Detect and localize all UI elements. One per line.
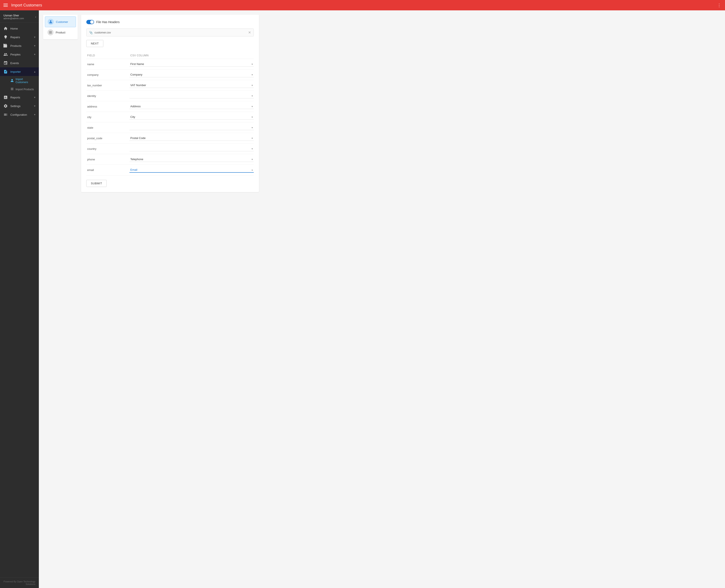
sidebar-item-importer[interactable]: Importer ▴: [0, 67, 39, 76]
select-wrapper-country: Country City: [129, 146, 254, 151]
file-input-row: 📎 customer.csv ✕: [86, 28, 254, 37]
sidebar-item-reports[interactable]: Reports ▾: [0, 93, 39, 102]
sidebar-item-configuration[interactable]: Configuration ▾: [0, 110, 39, 119]
submit-button[interactable]: SUBMIT: [86, 180, 107, 187]
csv-column-select-identity[interactable]: First Name Last Name: [129, 93, 254, 99]
product-type-icon: [47, 29, 54, 36]
user-info: Usman Sher admin@admin.com: [3, 14, 24, 20]
settings-chevron-icon: ▾: [34, 104, 36, 107]
configuration-chevron-icon: ▾: [34, 113, 36, 116]
sidebar-user: Usman Sher admin@admin.com ‹: [0, 10, 39, 22]
product-type-label: Product: [56, 31, 65, 34]
topbar-left: Import Customers: [3, 3, 42, 7]
csv-column-select-phone[interactable]: Telephone Email: [129, 157, 254, 162]
peoples-icon: [3, 52, 8, 57]
csv-column-select-name[interactable]: First Name Last Name Company: [129, 62, 254, 67]
next-button[interactable]: NEXT: [86, 40, 103, 47]
sidebar-footer: Powered By Open Technology Solutions: [0, 578, 39, 588]
page-title: Import Customers: [11, 3, 42, 7]
sidebar-item-peoples[interactable]: Peoples ▾: [0, 50, 39, 59]
field-select-city: City Address: [129, 114, 254, 120]
field-row-email: email Email Telephone: [86, 165, 254, 175]
file-has-headers-toggle[interactable]: [86, 20, 94, 24]
import-customers-label: Import Customers: [16, 78, 36, 84]
menu-icon[interactable]: [3, 4, 8, 7]
collapse-sidebar-button[interactable]: ‹: [35, 15, 36, 19]
sidebar-item-label-events: Events: [10, 62, 36, 65]
csv-column-select-country[interactable]: Country City: [129, 146, 254, 151]
field-select-phone: Telephone Email: [129, 157, 254, 162]
select-wrapper-company: Company First Name: [129, 72, 254, 77]
field-row-identity: identity First Name Last Name: [86, 91, 254, 101]
csv-column-select-tax-number[interactable]: VAT Number First Name: [129, 83, 254, 88]
csv-column-select-state[interactable]: City Address: [129, 125, 254, 130]
type-item-product[interactable]: Product: [45, 27, 76, 38]
toggle-label: File Has Headers: [96, 20, 120, 24]
paperclip-icon: 📎: [89, 31, 93, 34]
csv-column-select-email[interactable]: Email Telephone: [129, 167, 254, 173]
sidebar-nav: Home Repairs ▾ Products ▾: [0, 22, 39, 578]
more-options-icon[interactable]: ⋮: [717, 3, 722, 8]
field-label-postal-code: postal_code: [86, 136, 129, 140]
field-select-tax-number: VAT Number First Name: [129, 83, 254, 88]
sidebar-item-label-peoples: Peoples: [10, 53, 31, 56]
import-products-label: Import Products: [16, 88, 34, 91]
customer-type-icon: [48, 19, 54, 25]
repairs-chevron-icon: ▾: [34, 36, 36, 39]
field-mapping-table: Field CSV Column name First Name Last Na…: [86, 52, 254, 175]
field-row-postal-code: postal_code Postal Code City: [86, 133, 254, 144]
user-email: admin@admin.com: [3, 17, 24, 20]
field-row-phone: phone Telephone Email: [86, 154, 254, 165]
sidebar-item-products[interactable]: Products ▾: [0, 41, 39, 50]
csv-column-select-address[interactable]: Address City: [129, 104, 254, 109]
sidebar-item-repairs[interactable]: Repairs ▾: [0, 33, 39, 41]
field-row-address: address Address City: [86, 101, 254, 112]
username: Usman Sher: [3, 14, 24, 17]
sidebar-item-label-configuration: Configuration: [10, 113, 31, 117]
col-csv-header: CSV Column: [129, 54, 254, 57]
sidebar-item-label-home: Home: [10, 27, 36, 30]
import-customers-icon: [10, 79, 14, 83]
sidebar-subitem-import-customers[interactable]: Import Customers: [0, 76, 39, 85]
field-label-state: state: [86, 126, 129, 129]
select-wrapper-phone: Telephone Email: [129, 157, 254, 162]
repairs-icon: [3, 35, 8, 39]
field-label-country: country: [86, 147, 129, 150]
products-chevron-icon: ▾: [34, 44, 36, 47]
toggle-row: File Has Headers: [86, 20, 254, 24]
type-item-customer[interactable]: Customer: [45, 16, 76, 27]
customer-type-label: Customer: [56, 20, 68, 23]
select-wrapper-postal-code: Postal Code City: [129, 135, 254, 141]
main-content: Customer Product File Has Headers: [39, 10, 725, 588]
layout: Usman Sher admin@admin.com ‹ Home Repair…: [0, 10, 725, 588]
import-container: Customer Product File Has Headers: [43, 15, 259, 192]
settings-icon: [3, 104, 8, 108]
sidebar-item-events[interactable]: Events: [0, 59, 39, 67]
topbar: Import Customers ⋮: [0, 0, 725, 10]
sidebar-item-label-repairs: Repairs: [10, 36, 31, 39]
select-wrapper-address: Address City: [129, 104, 254, 109]
reports-chevron-icon: ▾: [34, 96, 36, 99]
csv-column-select-city[interactable]: City Address: [129, 114, 254, 120]
field-select-postal-code: Postal Code City: [129, 135, 254, 141]
field-label-email: email: [86, 168, 129, 172]
field-row-tax-number: tax_number VAT Number First Name: [86, 80, 254, 91]
field-row-name: name First Name Last Name Company: [86, 59, 254, 69]
type-panel: Customer Product: [43, 15, 78, 39]
sidebar-item-settings[interactable]: Settings ▾: [0, 102, 39, 110]
select-wrapper-identity: First Name Last Name: [129, 93, 254, 99]
field-label-address: address: [86, 105, 129, 108]
select-wrapper-city: City Address: [129, 114, 254, 120]
peoples-chevron-icon: ▾: [34, 53, 36, 56]
field-select-name: First Name Last Name Company: [129, 62, 254, 67]
sidebar-item-label-importer: Importer: [10, 70, 31, 74]
field-label-city: city: [86, 115, 129, 119]
sidebar-item-home[interactable]: Home: [0, 24, 39, 33]
field-row-country: country Country City: [86, 144, 254, 154]
reports-icon: [3, 95, 8, 100]
sidebar-subitem-import-products[interactable]: Import Products: [0, 85, 39, 93]
csv-column-select-company[interactable]: Company First Name: [129, 72, 254, 77]
csv-column-select-postal-code[interactable]: Postal Code City: [129, 135, 254, 141]
field-row-company: company Company First Name: [86, 69, 254, 80]
file-clear-button[interactable]: ✕: [248, 30, 251, 35]
